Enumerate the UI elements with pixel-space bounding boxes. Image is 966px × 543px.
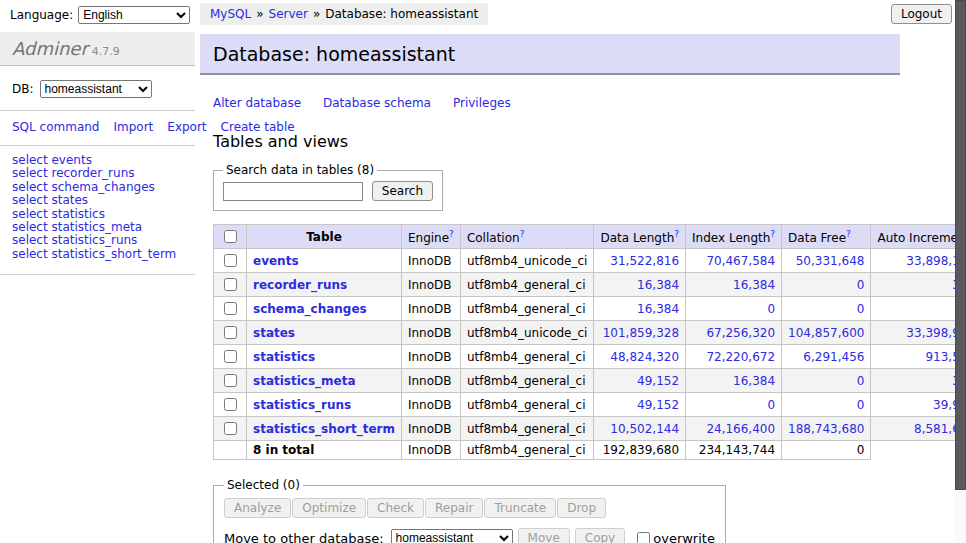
row-checkbox[interactable] bbox=[224, 350, 237, 363]
table-name-link[interactable]: states bbox=[253, 326, 295, 340]
table-name-link[interactable]: statistics bbox=[253, 350, 315, 364]
data-length-link[interactable]: 48,824,320 bbox=[610, 350, 679, 364]
sidebar-table-link[interactable]: select states bbox=[12, 194, 195, 207]
row-checkbox[interactable] bbox=[224, 302, 237, 315]
overwrite-checkbox[interactable] bbox=[637, 532, 650, 543]
database-link[interactable]: Privileges bbox=[453, 96, 511, 110]
select-all-checkbox[interactable] bbox=[224, 230, 237, 243]
table-name-link[interactable]: events bbox=[253, 254, 299, 268]
sidebar-action-link[interactable]: SQL command bbox=[12, 120, 99, 134]
truncate-button[interactable]: Truncate bbox=[484, 498, 556, 518]
move-database-select[interactable]: homeassistant bbox=[391, 529, 513, 543]
data-free-link[interactable]: 104,857,600 bbox=[788, 326, 864, 340]
column-help-link[interactable]: ? bbox=[520, 229, 525, 239]
data-free-link[interactable]: 0 bbox=[857, 374, 865, 388]
data-free-cell: 0 bbox=[782, 297, 871, 321]
table-name-link[interactable]: recorder_runs bbox=[253, 278, 347, 292]
index-length-link[interactable]: 16,384 bbox=[733, 374, 775, 388]
repair-button[interactable]: Repair bbox=[425, 498, 483, 518]
search-input[interactable] bbox=[223, 182, 363, 201]
sidebar-table-link[interactable]: select statistics_short_term bbox=[12, 248, 195, 261]
engine-cell: InnoDB bbox=[401, 417, 460, 441]
breadcrumb-item[interactable]: MySQL bbox=[210, 7, 251, 21]
data-free-link[interactable]: 6,291,456 bbox=[803, 350, 864, 364]
sidebar-table-link[interactable]: select statistics bbox=[12, 208, 195, 221]
database-link[interactable]: Alter database bbox=[213, 96, 301, 110]
sidebar-action-links: SQL commandImportExportCreate table bbox=[0, 111, 195, 145]
sidebar-table-link[interactable]: select recorder_runs bbox=[12, 167, 195, 180]
sidebar-divider bbox=[0, 274, 195, 275]
db-select[interactable]: homeassistant bbox=[40, 80, 152, 98]
column-help-link[interactable]: ? bbox=[674, 229, 679, 239]
search-button[interactable]: Search bbox=[372, 181, 433, 201]
row-checkbox[interactable] bbox=[224, 278, 237, 291]
row-select-cell bbox=[214, 273, 247, 297]
index-length-link[interactable]: 67,256,320 bbox=[706, 326, 775, 340]
auto-increment-cell: 33,898,196 bbox=[871, 249, 966, 273]
column-help-link[interactable]: ? bbox=[449, 229, 454, 239]
selected-action-buttons: AnalyzeOptimizeCheckRepairTruncateDrop bbox=[224, 498, 715, 518]
total-row: 8 in totalInnoDButf8mb4_general_ci192,83… bbox=[214, 441, 966, 460]
data-length-link[interactable]: 49,152 bbox=[637, 398, 679, 412]
row-checkbox[interactable] bbox=[224, 374, 237, 387]
language-row: Language:English bbox=[0, 0, 195, 24]
data-length-link[interactable]: 49,152 bbox=[637, 374, 679, 388]
row-checkbox[interactable] bbox=[224, 398, 237, 411]
row-checkbox[interactable] bbox=[224, 422, 237, 435]
sidebar-action-link[interactable]: Import bbox=[113, 120, 153, 134]
database-link[interactable]: Database schema bbox=[323, 96, 431, 110]
table-name-link[interactable]: statistics_meta bbox=[253, 374, 356, 388]
data-free-link[interactable]: 50,331,648 bbox=[796, 254, 865, 268]
copy-button[interactable]: Copy bbox=[575, 528, 625, 543]
sidebar-table-links: select eventsselect recorder_runsselect … bbox=[0, 146, 195, 274]
move-button[interactable]: Move bbox=[518, 528, 570, 543]
data-length-cell: 49,152 bbox=[594, 393, 686, 417]
data-length-cell: 10,502,144 bbox=[594, 417, 686, 441]
row-checkbox[interactable] bbox=[224, 254, 237, 267]
sidebar-table-link[interactable]: select schema_changes bbox=[12, 181, 195, 194]
data-length-link[interactable]: 101,859,328 bbox=[603, 326, 679, 340]
data-free-cell: 6,291,456 bbox=[782, 345, 871, 369]
sidebar-table-link[interactable]: select statistics_meta bbox=[12, 221, 195, 234]
data-free-cell: 0 bbox=[782, 369, 871, 393]
column-help-link[interactable]: ? bbox=[770, 229, 775, 239]
data-free-link[interactable]: 0 bbox=[857, 302, 865, 316]
sidebar-table-link[interactable]: select events bbox=[12, 154, 195, 167]
data-length-link[interactable]: 31,522,816 bbox=[610, 254, 679, 268]
sidebar-table-link[interactable]: select statistics_runs bbox=[12, 234, 195, 247]
column-help: ? bbox=[520, 228, 525, 239]
index-length-link[interactable]: 0 bbox=[767, 398, 775, 412]
optimize-button[interactable]: Optimize bbox=[292, 498, 366, 518]
app-name[interactable]: Adminer bbox=[12, 38, 88, 59]
column-help-link[interactable]: ? bbox=[846, 229, 851, 239]
index-length-link[interactable]: 72,220,672 bbox=[706, 350, 775, 364]
analyze-button[interactable]: Analyze bbox=[224, 498, 291, 518]
table-name-link[interactable]: statistics_short_term bbox=[253, 422, 395, 436]
data-free-link[interactable]: 0 bbox=[857, 278, 865, 292]
table-name-link[interactable]: statistics_runs bbox=[253, 398, 351, 412]
check-button[interactable]: Check bbox=[367, 498, 424, 518]
index-length-link[interactable]: 0 bbox=[767, 302, 775, 316]
scrollbar-thumb[interactable] bbox=[955, 0, 966, 490]
total-data-free-cell: 0 bbox=[782, 441, 871, 460]
data-length-link[interactable]: 16,384 bbox=[637, 278, 679, 292]
index-length-link[interactable]: 16,384 bbox=[733, 278, 775, 292]
column-help: ? bbox=[770, 228, 775, 239]
data-length-link[interactable]: 16,384 bbox=[637, 302, 679, 316]
data-length-cell: 48,824,320 bbox=[594, 345, 686, 369]
table-name-link[interactable]: schema_changes bbox=[253, 302, 367, 316]
data-free-link[interactable]: 0 bbox=[857, 398, 865, 412]
breadcrumb-item: Database: homeassistant bbox=[325, 7, 478, 21]
data-free-link[interactable]: 188,743,680 bbox=[788, 422, 864, 436]
adminer-window: Language:English Adminer4.7.9 DB:homeass… bbox=[0, 0, 966, 543]
index-length-link[interactable]: 70,467,584 bbox=[706, 254, 775, 268]
breadcrumb-item[interactable]: Server bbox=[269, 7, 308, 21]
data-length-link[interactable]: 10,502,144 bbox=[610, 422, 679, 436]
drop-button[interactable]: Drop bbox=[557, 498, 606, 518]
data-length-cell: 16,384 bbox=[594, 297, 686, 321]
index-length-cell: 16,384 bbox=[686, 369, 782, 393]
language-select[interactable]: English bbox=[78, 6, 190, 24]
index-length-link[interactable]: 24,166,400 bbox=[706, 422, 775, 436]
column-help: ? bbox=[846, 228, 851, 239]
row-checkbox[interactable] bbox=[224, 326, 237, 339]
